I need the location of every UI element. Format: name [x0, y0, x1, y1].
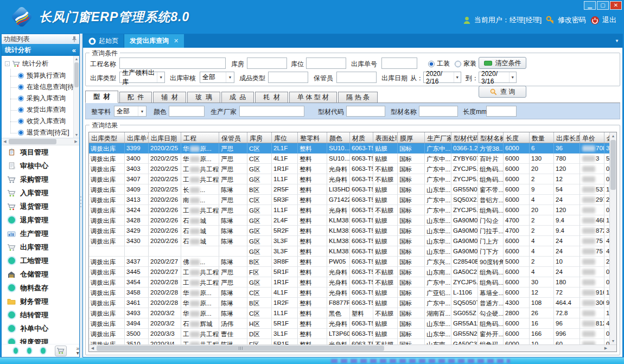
table-cell[interactable]: 不贴膜: [373, 277, 398, 288]
sidebar-item-入库管理[interactable]: 入库管理: [2, 186, 79, 200]
length-input[interactable]: [486, 106, 517, 117]
table-cell[interactable]: 整料: [298, 308, 327, 318]
table-cell[interactable]: 调拨出库: [89, 329, 125, 339]
table-cell[interactable]: 2020/2/26: [149, 195, 181, 205]
column-header[interactable]: 出库日期: [149, 132, 181, 143]
table-cell[interactable]: 整料: [298, 195, 327, 205]
column-header[interactable]: 工程: [181, 132, 219, 143]
column-header[interactable]: 颜色: [327, 132, 350, 143]
table-cell[interactable]: 调拨出库: [89, 164, 125, 174]
table-cell[interactable]: 工共工程: [181, 205, 219, 215]
table-cell[interactable]: 1R1F: [272, 277, 298, 288]
teal-circle-icon[interactable]: [27, 348, 31, 354]
column-header[interactable]: 型材名称: [478, 132, 504, 143]
table-cell[interactable]: 60: [554, 339, 580, 344]
table-cell[interactable]: [580, 308, 604, 318]
sidebar-item-财务管理[interactable]: 财务管理: [2, 295, 79, 308]
table-cell[interactable]: 山东南...: [425, 267, 451, 277]
table-cell[interactable]: B区: [247, 184, 272, 195]
table-cell[interactable]: 光身料: [327, 339, 350, 344]
sidebar-item-仓储管理[interactable]: 仓储管理: [2, 267, 79, 281]
table-cell[interactable]: KLM3817: [327, 226, 350, 236]
table-cell[interactable]: 2020/2/26: [149, 205, 181, 215]
table-cell[interactable]: 3494: [125, 318, 149, 329]
scroll-left-icon[interactable]: ◀: [2, 138, 8, 145]
table-cell[interactable]: 12: [530, 288, 554, 298]
grid-horizontal-scrollbar[interactable]: ◀ ▶: [89, 344, 616, 352]
table-cell[interactable]: 1R2F: [272, 298, 298, 308]
table-cell[interactable]: 26: [530, 308, 554, 318]
table-cell[interactable]: 湖南百...: [425, 308, 451, 318]
table-cell[interactable]: 24: [554, 195, 580, 205]
table-cell[interactable]: [580, 174, 604, 184]
material-tab[interactable]: 配 件: [119, 92, 152, 103]
table-cell[interactable]: 不贴膜: [373, 174, 398, 184]
table-cell[interactable]: [149, 246, 181, 257]
sidebar-item-退货管理[interactable]: 退货管理: [2, 200, 79, 213]
table-cell[interactable]: 陈琳: [219, 215, 247, 226]
tree-item[interactable]: 退货查询[待定]: [2, 127, 79, 138]
table-cell[interactable]: 光身料: [327, 174, 350, 184]
table-cell[interactable]: 严思: [219, 154, 247, 164]
column-header[interactable]: 长度: [504, 132, 530, 143]
scrollbar-thumb[interactable]: [97, 346, 384, 351]
table-cell[interactable]: 陈琳: [219, 288, 247, 298]
scroll-down-icon[interactable]: ▼: [74, 132, 79, 138]
column-header[interactable]: 金额: [604, 132, 609, 143]
table-cell[interactable]: 整料: [298, 246, 327, 257]
table-cell[interactable]: 百叶片: [478, 154, 504, 164]
table-cell[interactable]: 2020/2/26: [149, 236, 181, 246]
tree-item[interactable]: 预算执行查询: [2, 70, 79, 81]
teal-circle-icon[interactable]: [41, 348, 45, 354]
table-cell[interactable]: 20: [530, 164, 554, 174]
table-cell[interactable]: G71422: [327, 195, 350, 205]
table-cell[interactable]: [89, 246, 125, 257]
table-cell[interactable]: 华原...: [181, 298, 219, 308]
table-cell[interactable]: 山东华...: [425, 329, 451, 339]
table-cell[interactable]: 整料: [298, 267, 327, 277]
table-row[interactable]: 调拨出库34242020/2/26工共工程严思G区1L1F整料光身料6063-T…: [89, 205, 609, 215]
table-cell[interactable]: SG055Z: [451, 308, 478, 318]
table-cell[interactable]: 整料: [298, 174, 327, 184]
table-cell[interactable]: 南...: [181, 195, 219, 205]
table-row[interactable]: 调拨出库34132020/2/26南...严思C区5R3F整料G71422606…: [89, 195, 609, 205]
table-cell[interactable]: 3R8F: [272, 257, 298, 267]
table-cell[interactable]: 调拨出库: [89, 174, 125, 184]
table-cell[interactable]: L-1106: [451, 288, 478, 298]
table-cell[interactable]: 调拨出库: [89, 143, 125, 154]
table-cell[interactable]: ZYCJP5...: [451, 174, 478, 184]
table-cell[interactable]: 工共工程: [181, 277, 219, 288]
table-cell[interactable]: GA90M07...: [451, 226, 478, 236]
table-cell[interactable]: GA90M06...: [451, 215, 478, 226]
table-cell[interactable]: 普铝方...: [478, 195, 504, 205]
column-header[interactable]: 出库类型: [89, 132, 125, 143]
table-cell[interactable]: 调拨出库: [89, 205, 125, 215]
table-cell[interactable]: 2020/2/25: [149, 143, 181, 154]
table-cell[interactable]: [580, 329, 604, 339]
table-cell[interactable]: 陈琳: [219, 226, 247, 236]
table-cell[interactable]: 6063-T5: [350, 339, 373, 344]
table-row[interactable]: 调拨出库34542020/2/28工共工程严思G区1R1F整料光身料6063-T…: [89, 277, 609, 288]
material-tab[interactable]: 隔 热 条: [338, 92, 378, 103]
table-cell[interactable]: 3510: [125, 339, 149, 344]
table-cell[interactable]: [125, 246, 149, 257]
table-cell[interactable]: SU10...: [327, 154, 350, 164]
table-cell[interactable]: 广东中...: [425, 143, 451, 154]
table-cell[interactable]: 10: [554, 257, 580, 267]
table-cell[interactable]: C区: [247, 143, 272, 154]
table-cell[interactable]: 439: [604, 236, 609, 246]
table-cell[interactable]: 石辉城: [181, 318, 219, 329]
column-header[interactable]: 材质: [350, 132, 373, 143]
profile-code-input[interactable]: [346, 106, 385, 117]
table-cell[interactable]: [580, 257, 604, 267]
sidebar-item-结转管理[interactable]: 结转管理: [2, 308, 79, 322]
table-cell[interactable]: ZYCJP5...: [451, 164, 478, 174]
table-cell[interactable]: 调拨出库: [89, 318, 125, 329]
table-cell[interactable]: 216: [604, 257, 609, 267]
table-cell[interactable]: 陈琳: [219, 308, 247, 318]
table-cell[interactable]: 812: [580, 318, 604, 329]
table-cell[interactable]: 468: [580, 215, 604, 226]
minimize-button[interactable]: ▁: [584, 1, 596, 10]
material-tab[interactable]: 型 材: [85, 91, 118, 103]
table-cell[interactable]: 广东中...: [425, 205, 451, 215]
